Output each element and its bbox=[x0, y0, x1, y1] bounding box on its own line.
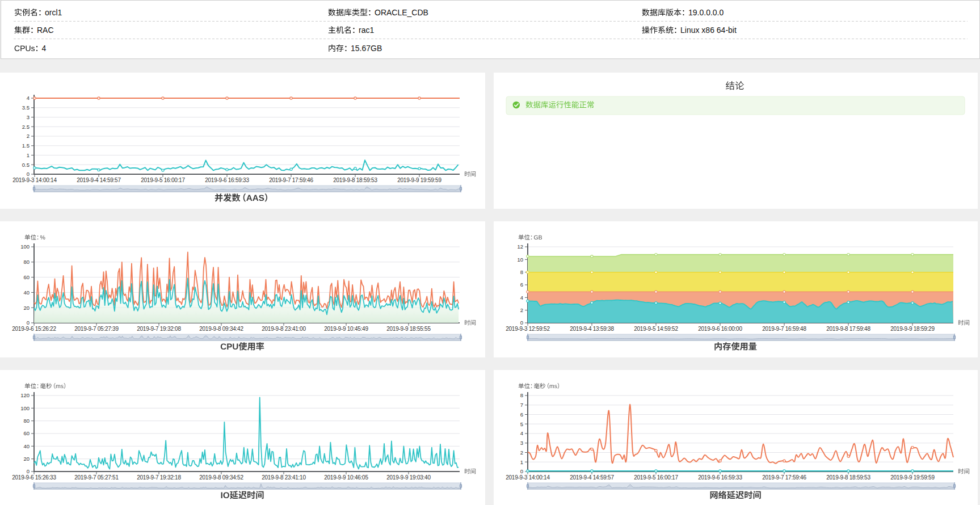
svg-text:4: 4 bbox=[27, 95, 30, 101]
svg-text:2019-9-7 05:27:39: 2019-9-7 05:27:39 bbox=[74, 326, 119, 332]
svg-text:Linux x86 64-bit: Linux x86 64-bit bbox=[680, 26, 737, 35]
svg-text:0.5: 0.5 bbox=[22, 162, 30, 168]
svg-text:2019-9-4 14:59:57: 2019-9-4 14:59:57 bbox=[570, 474, 614, 481]
svg-text:2019-9-6 16:00:00: 2019-9-6 16:00:00 bbox=[698, 326, 742, 332]
svg-text:2019-9-8 23:41:00: 2019-9-8 23:41:00 bbox=[262, 326, 306, 332]
svg-text:2019-9-7 05:27:51: 2019-9-7 05:27:51 bbox=[74, 474, 119, 481]
svg-text:4: 4 bbox=[42, 44, 47, 53]
svg-text:0: 0 bbox=[27, 319, 30, 326]
svg-text:15.67GB: 15.67GB bbox=[351, 44, 382, 53]
svg-text:8: 8 bbox=[520, 392, 523, 398]
svg-text:2019-9-6 16:59:33: 2019-9-6 16:59:33 bbox=[205, 177, 249, 183]
svg-text:3: 3 bbox=[520, 440, 523, 446]
svg-text:2: 2 bbox=[27, 133, 30, 139]
svg-text:100: 100 bbox=[20, 243, 30, 250]
svg-text:ORACLE_CDB: ORACLE_CDB bbox=[375, 8, 428, 17]
svg-text:2019-9-7 16:59:48: 2019-9-7 16:59:48 bbox=[762, 326, 806, 332]
svg-text:6: 6 bbox=[520, 411, 523, 418]
svg-text:RAC: RAC bbox=[37, 26, 54, 35]
svg-text:2019-9-6 16:59:33: 2019-9-6 16:59:33 bbox=[698, 474, 742, 481]
svg-text:120: 120 bbox=[20, 392, 30, 398]
svg-text:2019-9-4 14:59:57: 2019-9-4 14:59:57 bbox=[77, 177, 121, 183]
svg-text:12: 12 bbox=[517, 243, 523, 250]
svg-text:rac1: rac1 bbox=[359, 26, 374, 35]
svg-text:2019-9-8 18:59:53: 2019-9-8 18:59:53 bbox=[333, 177, 377, 183]
svg-text:40: 40 bbox=[23, 289, 30, 296]
svg-text:2019-9-5 16:00:17: 2019-9-5 16:00:17 bbox=[141, 177, 185, 183]
svg-text:3: 3 bbox=[27, 114, 30, 120]
svg-text:20: 20 bbox=[23, 305, 30, 311]
svg-text:2019-9-9 18:59:29: 2019-9-9 18:59:29 bbox=[890, 326, 935, 332]
svg-text:2019-9-9 10:45:49: 2019-9-9 10:45:49 bbox=[324, 326, 368, 332]
svg-text:4: 4 bbox=[520, 294, 523, 301]
svg-text:7: 7 bbox=[520, 402, 523, 408]
svg-text:2019-9-7 17:59:46: 2019-9-7 17:59:46 bbox=[269, 177, 313, 183]
svg-text:8: 8 bbox=[520, 269, 523, 275]
svg-text:80: 80 bbox=[23, 259, 30, 265]
svg-text:1: 1 bbox=[520, 459, 523, 465]
svg-text:0: 0 bbox=[520, 319, 523, 326]
svg-text:2019-9-8 09:34:52: 2019-9-8 09:34:52 bbox=[199, 474, 243, 481]
svg-text:2: 2 bbox=[520, 449, 523, 456]
svg-text:2019-9-5 14:59:52: 2019-9-5 14:59:52 bbox=[634, 326, 678, 332]
svg-text:2.5: 2.5 bbox=[22, 124, 30, 130]
svg-text:2019-9-3 12:59:52: 2019-9-3 12:59:52 bbox=[506, 326, 550, 332]
svg-text:2019-9-8 23:41:10: 2019-9-8 23:41:10 bbox=[262, 474, 306, 481]
svg-text:2019-9-8 17:59:48: 2019-9-8 17:59:48 bbox=[826, 326, 870, 332]
svg-text:0: 0 bbox=[520, 468, 523, 474]
svg-text:2019-9-8 18:59:53: 2019-9-8 18:59:53 bbox=[826, 474, 870, 481]
svg-text:2019-9-9 19:59:59: 2019-9-9 19:59:59 bbox=[397, 177, 441, 183]
svg-text:orcl1: orcl1 bbox=[45, 8, 62, 17]
svg-text:2019-9-9 10:46:05: 2019-9-9 10:46:05 bbox=[324, 474, 368, 481]
svg-text:40: 40 bbox=[23, 443, 30, 449]
svg-text:2019-9-3 14:00:14: 2019-9-3 14:00:14 bbox=[506, 474, 550, 481]
svg-text:100: 100 bbox=[20, 405, 30, 411]
svg-text:5: 5 bbox=[520, 421, 523, 427]
svg-text:0: 0 bbox=[27, 468, 30, 474]
svg-text:2019-9-8 09:34:42: 2019-9-8 09:34:42 bbox=[199, 326, 243, 332]
svg-text:10: 10 bbox=[517, 256, 523, 263]
svg-text:80: 80 bbox=[23, 418, 30, 424]
svg-text:2019-9-4 13:59:38: 2019-9-4 13:59:38 bbox=[570, 326, 614, 332]
svg-text:6: 6 bbox=[520, 281, 523, 288]
svg-text:2019-9-5 16:00:17: 2019-9-5 16:00:17 bbox=[634, 474, 678, 481]
svg-text:60: 60 bbox=[23, 274, 30, 280]
svg-text:20: 20 bbox=[23, 456, 30, 462]
svg-text:2: 2 bbox=[520, 307, 523, 313]
svg-text:2019-9-7 19:32:18: 2019-9-7 19:32:18 bbox=[137, 474, 181, 481]
svg-text:2019-9-9 19:03:40: 2019-9-9 19:03:40 bbox=[386, 474, 431, 481]
svg-text:1.5: 1.5 bbox=[22, 142, 30, 149]
svg-text:1: 1 bbox=[27, 152, 30, 158]
svg-text:3.5: 3.5 bbox=[22, 104, 30, 111]
svg-text:2019-9-9 18:55:55: 2019-9-9 18:55:55 bbox=[386, 326, 431, 332]
svg-text:19.0.0.0.0: 19.0.0.0.0 bbox=[688, 8, 724, 17]
svg-text:2019-9-9 19:59:59: 2019-9-9 19:59:59 bbox=[890, 474, 935, 481]
svg-text:2019-9-3 14:00:14: 2019-9-3 14:00:14 bbox=[12, 177, 57, 183]
svg-text:4: 4 bbox=[520, 430, 523, 436]
svg-text:2019-9-7 19:32:08: 2019-9-7 19:32:08 bbox=[137, 326, 181, 332]
svg-text:2019-9-6 15:26:22: 2019-9-6 15:26:22 bbox=[12, 326, 56, 332]
svg-text:2019-9-7 17:59:46: 2019-9-7 17:59:46 bbox=[762, 474, 806, 481]
svg-text:0: 0 bbox=[27, 171, 30, 177]
svg-text:60: 60 bbox=[23, 430, 30, 436]
svg-text:2019-9-6 15:26:33: 2019-9-6 15:26:33 bbox=[12, 474, 56, 481]
